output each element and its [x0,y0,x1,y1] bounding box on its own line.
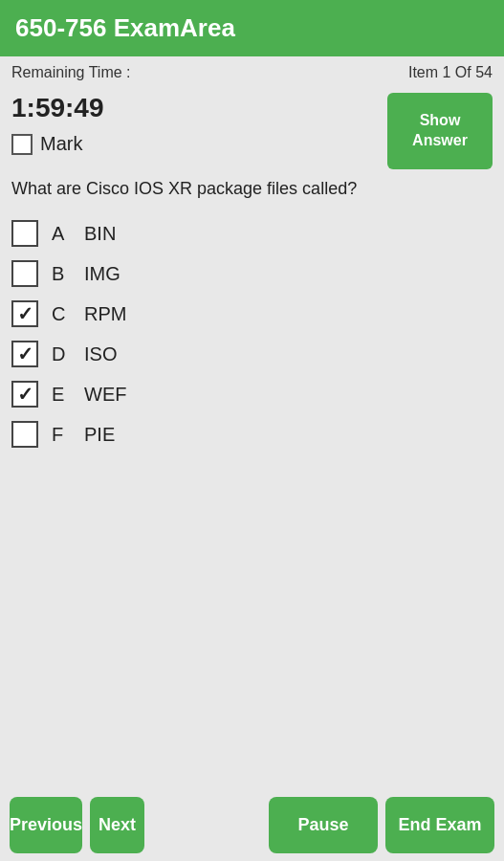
checkmark-e: ✓ [17,383,33,406]
option-text-f: PIE [84,424,115,446]
option-item-e[interactable]: ✓ E WEF [11,377,493,411]
mark-label: Mark [40,133,82,155]
option-item-d[interactable]: ✓ D ISO [11,337,493,371]
footer: Previous Next Pause End Exam [0,789,504,861]
show-answer-button[interactable]: Show Answer [387,93,493,169]
app-header: 650-756 ExamArea [0,0,504,56]
next-button[interactable]: Next [90,797,144,853]
item-counter: Item 1 Of 54 [408,64,493,81]
option-text-c: RPM [84,303,126,325]
mark-checkbox[interactable] [11,134,33,155]
option-text-d: ISO [84,343,117,365]
option-item-a[interactable]: ✓ A BIN [11,216,493,251]
footer-spacer [152,797,261,853]
content-area: 1:59:49 Mark Show Answer What are Cisco … [0,85,504,789]
option-text-a: BIN [84,223,116,245]
app-title: 650-756 ExamArea [15,13,235,43]
timer-display: 1:59:49 [11,93,104,123]
option-checkbox-a[interactable]: ✓ [11,220,38,247]
remaining-time-label: Remaining Time : [11,64,131,81]
option-item-f[interactable]: ✓ F PIE [11,417,493,452]
option-checkbox-d[interactable]: ✓ [11,341,38,367]
timer-row: 1:59:49 Mark Show Answer [11,93,493,169]
option-letter-b: B [52,263,71,285]
option-item-c[interactable]: ✓ C RPM [11,297,493,331]
timer-left: 1:59:49 Mark [11,93,104,155]
option-letter-a: A [52,223,71,245]
option-item-b[interactable]: ✓ B IMG [11,256,493,291]
option-text-b: IMG [84,263,121,285]
option-checkbox-c[interactable]: ✓ [11,300,38,327]
option-letter-c: C [52,303,71,325]
previous-button[interactable]: Previous [10,797,82,853]
checkmark-c: ✓ [17,302,33,325]
option-checkbox-f[interactable]: ✓ [11,421,38,448]
option-letter-e: E [52,384,71,406]
info-bar: Remaining Time : Item 1 Of 54 [0,56,504,85]
options-list: ✓ A BIN ✓ B IMG ✓ C RPM ✓ D ISO [11,216,493,452]
option-checkbox-e[interactable]: ✓ [11,381,38,408]
mark-row[interactable]: Mark [11,133,104,155]
pause-button[interactable]: Pause [269,797,378,853]
question-text: What are Cisco IOS XR package files call… [11,177,493,201]
option-letter-f: F [52,424,71,446]
option-checkbox-b[interactable]: ✓ [11,260,38,287]
checkmark-d: ✓ [17,342,33,365]
end-exam-button[interactable]: End Exam [385,797,494,853]
option-letter-d: D [52,343,71,365]
option-text-e: WEF [84,384,126,406]
